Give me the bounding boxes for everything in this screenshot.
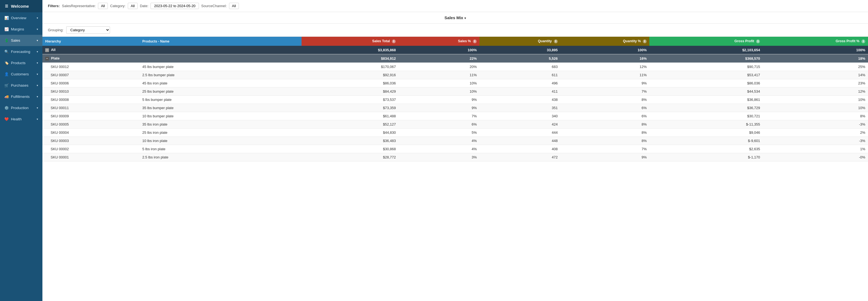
cell-gross-profit-pct: 10% xyxy=(763,104,868,112)
sidebar-item-label: Purchases xyxy=(11,83,28,87)
cell-quantity-pct: 6% xyxy=(560,112,649,120)
collapse-button[interactable]: − xyxy=(45,48,49,52)
cell-sales-total: $834,912 xyxy=(302,54,399,63)
filters-bar: Filters: SalesRepresentative: All Catego… xyxy=(42,0,868,12)
cell-quantity: 5,526 xyxy=(479,54,560,63)
sidebar-item-forecasting[interactable]: 🔍 Forecasting ▾ xyxy=(0,46,42,57)
sidebar-item-purchases[interactable]: 🛒 Purchases ▾ xyxy=(0,80,42,91)
table-row: SKU 00012 45 lbs bumper plate $170,067 2… xyxy=(42,63,868,71)
cell-sku: SKU 00008 xyxy=(42,96,140,104)
sales-mix-dropdown-icon[interactable]: ▾ xyxy=(464,17,466,20)
cell-sku: SKU 00003 xyxy=(42,137,140,145)
collapse-button[interactable]: − xyxy=(45,57,49,61)
th-gross-profit-pct: Gross Profit % ℹ xyxy=(763,37,868,46)
cell-gross-profit: $90,715 xyxy=(649,63,763,71)
table-row: SKU 00009 10 lbs bumper plate $61,488 7%… xyxy=(42,112,868,120)
th-hierarchy: Hierarchy xyxy=(42,37,140,46)
sidebar-item-production[interactable]: ⚙️ Production ▾ xyxy=(0,102,42,113)
products-icon: 🏷️ xyxy=(4,61,9,65)
cell-sales-total: $73,537 xyxy=(302,96,399,104)
cell-gross-profit: $30,721 xyxy=(649,112,763,120)
sales-mix-header: Sales Mix▾ xyxy=(42,12,868,24)
cell-quantity: 408 xyxy=(479,145,560,153)
cell-products-name: 5 lbs iron plate xyxy=(140,145,302,153)
cell-quantity: 611 xyxy=(479,71,560,79)
cell-products-name: 2.5 lbs iron plate xyxy=(140,153,302,161)
cell-sku: SKU 00004 xyxy=(42,129,140,137)
cell-quantity-pct: 100% xyxy=(560,46,649,54)
cell-sales-pct: 100% xyxy=(398,46,479,54)
sidebar-item-overview[interactable]: 📊 Overview ▾ xyxy=(0,12,42,24)
cell-gross-profit-pct: 12% xyxy=(763,87,868,96)
cell-gross-profit-pct: 10% xyxy=(763,96,868,104)
sidebar-header[interactable]: ☰ Welcome xyxy=(0,0,42,12)
category-filter-button[interactable]: All xyxy=(128,3,137,9)
sidebar-item-health[interactable]: ❤️ Health ▾ xyxy=(0,113,42,125)
th-gross-profit: Gross Profit ℹ xyxy=(649,37,763,46)
table-row: − All $3,835,868 100% 33,895 100% $2,103… xyxy=(42,46,868,54)
cell-sales-pct: 11% xyxy=(398,71,479,79)
cell-gross-profit: $2,103,654 xyxy=(649,46,763,54)
cell-gross-profit: $36,861 xyxy=(649,96,763,104)
date-filter-button[interactable]: 2023-05-22 to 2024-05-20 xyxy=(151,3,199,9)
cell-gross-profit-pct: 14% xyxy=(763,71,868,79)
sidebar-item-label: Overview xyxy=(11,16,26,20)
cell-products-name: 25 lbs bumper plate xyxy=(140,87,302,96)
cell-gross-profit: $44,534 xyxy=(649,87,763,96)
sidebar-header-label: Welcome xyxy=(11,4,29,8)
sidebar-item-sales[interactable]: 💲 Sales ▾ xyxy=(0,35,42,46)
overview-icon: 📊 xyxy=(4,16,9,20)
sales-total-info-icon[interactable]: ℹ xyxy=(392,39,396,43)
cell-quantity: 448 xyxy=(479,137,560,145)
gross-profit-pct-info-icon[interactable]: ℹ xyxy=(862,39,865,43)
cell-gross-profit-pct: 8% xyxy=(763,112,868,120)
cell-products-name: 10 lbs iron plate xyxy=(140,137,302,145)
cell-sku: SKU 00006 xyxy=(42,79,140,87)
sidebar-item-label: Margins xyxy=(11,27,24,31)
table-row: SKU 00010 25 lbs bumper plate $84,429 10… xyxy=(42,87,868,96)
sales-pct-info-icon[interactable]: ℹ xyxy=(473,39,477,43)
chevron-down-icon: ▾ xyxy=(37,118,38,120)
th-sales-total: Sales Total ℹ xyxy=(302,37,399,46)
cell-gross-profit: $86,036 xyxy=(649,79,763,87)
cell-quantity-pct: 7% xyxy=(560,145,649,153)
grouping-select[interactable]: Category Product Customer xyxy=(66,26,110,34)
sales-mix-title[interactable]: Sales Mix xyxy=(444,15,463,20)
table-row: SKU 00001 2.5 lbs iron plate $28,772 3% … xyxy=(42,153,868,161)
sidebar-item-label: Health xyxy=(11,117,22,121)
cell-sales-pct: 5% xyxy=(398,129,479,137)
sidebar-item-margins[interactable]: 📈 Margins ▾ xyxy=(0,24,42,35)
cell-products-name: 35 lbs iron plate xyxy=(140,120,302,129)
th-sales-pct: Sales % ℹ xyxy=(398,37,479,46)
source-channel-filter-button[interactable]: All xyxy=(229,3,239,9)
sidebar-item-label: Fulfillments xyxy=(11,94,30,99)
th-quantity-pct: Quantity % ℹ xyxy=(560,37,649,46)
sidebar-item-fulfillments[interactable]: 🚚 Fulfillments ▾ xyxy=(0,91,42,102)
margins-icon: 📈 xyxy=(4,27,9,31)
cell-products-name: 45 lbs bumper plate xyxy=(140,63,302,71)
cell-products-name: 5 lbs bumper plate xyxy=(140,96,302,104)
cell-sales-pct: 6% xyxy=(398,120,479,129)
sidebar-item-customers[interactable]: 👤 Customers ▾ xyxy=(0,69,42,80)
cell-sales-total: $28,772 xyxy=(302,153,399,161)
cell-quantity-pct: 8% xyxy=(560,137,649,145)
cell-gross-profit-pct: 1% xyxy=(763,145,868,153)
quantity-pct-info-icon[interactable]: ℹ xyxy=(643,39,647,43)
quantity-info-icon[interactable]: ℹ xyxy=(554,39,558,43)
cell-gross-profit-pct: -3% xyxy=(763,137,868,145)
cell-sales-total: $73,359 xyxy=(302,104,399,112)
cell-quantity-pct: 9% xyxy=(560,153,649,161)
table-row: SKU 00004 25 lbs iron plate $44,830 5% 4… xyxy=(42,129,868,137)
gross-profit-info-icon[interactable]: ℹ xyxy=(756,39,760,43)
source-channel-label: SourceChannel: xyxy=(201,4,226,8)
grouping-row: Grouping: Category Product Customer xyxy=(42,24,868,37)
sales-rep-filter-button[interactable]: All xyxy=(98,3,108,9)
cell-sales-total: $84,429 xyxy=(302,87,399,96)
cell-sales-total: $86,036 xyxy=(302,79,399,87)
cell-products-name: 45 lbs iron plate xyxy=(140,79,302,87)
sidebar-item-label: Products xyxy=(11,61,26,65)
sidebar-item-products[interactable]: 🏷️ Products ▾ xyxy=(0,57,42,69)
cell-sales-pct: 4% xyxy=(398,137,479,145)
cell-sales-pct: 9% xyxy=(398,104,479,112)
cell-sku: SKU 00002 xyxy=(42,145,140,153)
